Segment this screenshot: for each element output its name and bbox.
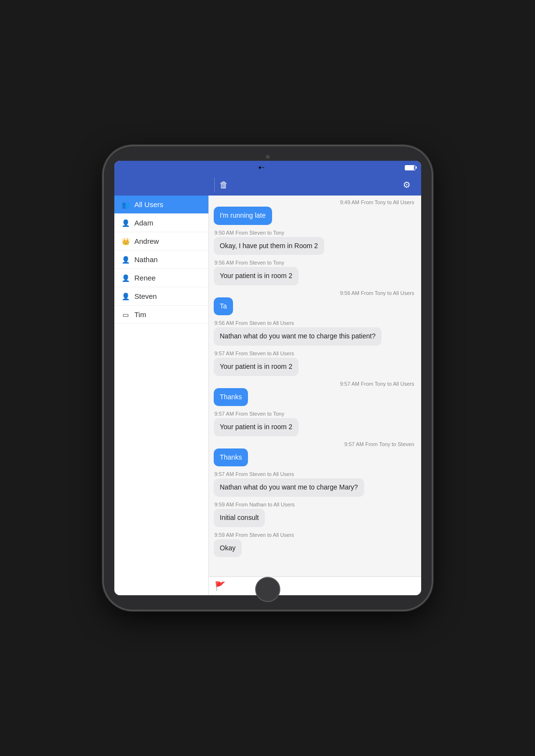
sidebar-label-nathan: Nathan	[135, 255, 158, 264]
app-header: 🗑 ⚙	[114, 174, 421, 196]
message-group-10: 9:59 AM From Nathan to All UsersInitial …	[214, 502, 416, 527]
message-meta-6: 9:57 AM From Tony to All Users	[214, 381, 416, 387]
battery-indicator	[403, 165, 415, 170]
message-bubble-3: Ta	[214, 297, 233, 316]
sidebar-icon-tim: ▭	[121, 311, 131, 319]
sidebar-item-andrew[interactable]: 👑Andrew	[114, 232, 208, 251]
sidebar-icon-andrew: 👑	[121, 238, 131, 245]
message-group-11: 9:59 AM From Steven to All UsersOkay	[214, 532, 416, 558]
message-bubble-1: Okay, I have put them in Room 2	[214, 237, 325, 255]
message-group-3: 9:56 AM From Tony to All UsersTa	[214, 290, 416, 316]
message-meta-4: 9:56 AM From Steven to All Users	[214, 320, 416, 326]
settings-button[interactable]: ⚙	[403, 180, 411, 190]
sidebar-label-adam: Adam	[135, 219, 153, 227]
message-bubble-11: Okay	[214, 539, 242, 558]
message-bubble-7: Your patient is in room 2	[214, 418, 299, 436]
sidebar-icon-adam: 👤	[121, 219, 131, 227]
sidebar-icon-all-users: 👥	[121, 201, 131, 209]
message-group-8: 9:57 AM From Tony to StevenThanks	[214, 441, 416, 467]
message-meta-1: 9:50 AM From Steven to Tony	[214, 230, 416, 236]
message-bubble-9: Nathan what do you want me to charge Mar…	[214, 478, 364, 497]
battery-icon	[405, 165, 415, 170]
sidebar-item-tim[interactable]: ▭Tim	[114, 306, 208, 324]
sidebar-item-adam[interactable]: 👤Adam	[114, 214, 208, 232]
sidebar-icon-steven: 👤	[121, 293, 131, 300]
message-meta-9: 9:57 AM From Steven to All Users	[214, 471, 416, 477]
camera-dot	[266, 155, 270, 159]
message-bubble-6: Thanks	[214, 388, 248, 406]
message-meta-5: 9:57 AM From Steven to All Users	[214, 350, 416, 356]
trash-button[interactable]: 🗑	[219, 180, 228, 190]
sidebar: 👥All Users👤Adam👑Andrew👤Nathan👤Renee👤Stev…	[114, 196, 209, 595]
sidebar-label-all-users: All Users	[135, 200, 164, 209]
device-shell: ▾~ 🗑 ⚙ 👥All Users👤Adam�	[104, 146, 432, 610]
message-bubble-5: Your patient is in room 2	[214, 358, 299, 376]
sidebar-item-steven[interactable]: 👤Steven	[114, 287, 208, 306]
flag-icon[interactable]: 🚩	[215, 581, 225, 591]
battery-fill	[405, 166, 414, 170]
message-group-1: 9:50 AM From Steven to TonyOkay, I have …	[214, 230, 416, 255]
chat-area[interactable]: 9:49 AM From Tony to All UsersI'm runnin…	[209, 196, 421, 576]
message-meta-10: 9:59 AM From Nathan to All Users	[214, 502, 416, 507]
message-meta-3: 9:56 AM From Tony to All Users	[214, 290, 416, 296]
message-group-9: 9:57 AM From Steven to All UsersNathan w…	[214, 471, 416, 497]
message-group-6: 9:57 AM From Tony to All UsersThanks	[214, 381, 416, 406]
screen: ▾~ 🗑 ⚙ 👥All Users👤Adam�	[114, 161, 421, 595]
message-bubble-2: Your patient is in room 2	[214, 267, 299, 285]
input-bar: 🚩	[209, 576, 421, 595]
sidebar-icon-nathan: 👤	[121, 256, 131, 264]
message-group-7: 9:57 AM From Steven to TonyYour patient …	[214, 411, 416, 436]
sidebar-item-nathan[interactable]: 👤Nathan	[114, 251, 208, 269]
message-bubble-8: Thanks	[214, 448, 248, 467]
header-main: 🗑 ⚙	[215, 180, 415, 190]
status-bar: ▾~	[114, 161, 421, 174]
sidebar-label-andrew: Andrew	[135, 237, 159, 245]
message-meta-8: 9:57 AM From Tony to Steven	[214, 441, 416, 447]
message-meta-0: 9:49 AM From Tony to All Users	[214, 199, 416, 205]
message-bubble-4: Nathan what do you want me to charge thi…	[214, 327, 382, 346]
sidebar-label-renee: Renee	[135, 274, 156, 282]
content-area: 👥All Users👤Adam👑Andrew👤Nathan👤Renee👤Stev…	[114, 196, 421, 595]
message-meta-2: 9:56 AM From Steven to Tony	[214, 260, 416, 266]
message-meta-7: 9:57 AM From Steven to Tony	[214, 411, 416, 417]
wifi-icon: ▾~	[259, 165, 264, 171]
message-group-4: 9:56 AM From Steven to All UsersNathan w…	[214, 320, 416, 346]
sidebar-label-steven: Steven	[135, 292, 157, 300]
home-button[interactable]	[255, 577, 280, 602]
message-group-2: 9:56 AM From Steven to TonyYour patient …	[214, 260, 416, 285]
message-bubble-10: Initial consult	[214, 509, 265, 527]
message-group-5: 9:57 AM From Steven to All UsersYour pat…	[214, 350, 416, 376]
sidebar-icon-renee: 👤	[121, 274, 131, 282]
message-group-0: 9:49 AM From Tony to All UsersI'm runnin…	[214, 199, 416, 225]
message-bubble-0: I'm running late	[214, 207, 272, 225]
sidebar-item-renee[interactable]: 👤Renee	[114, 269, 208, 287]
message-meta-11: 9:59 AM From Steven to All Users	[214, 532, 416, 538]
sidebar-item-all-users[interactable]: 👥All Users	[114, 196, 208, 214]
sidebar-label-tim: Tim	[135, 310, 146, 319]
